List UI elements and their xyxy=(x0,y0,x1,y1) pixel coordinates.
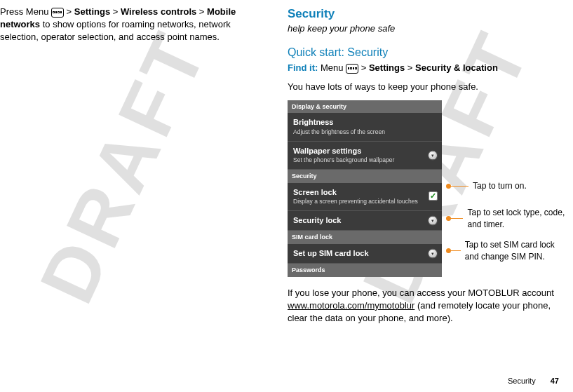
chevron-down-icon[interactable]: ▾ xyxy=(428,151,438,161)
motoblur-link[interactable]: www.motorola.com/mymotoblur xyxy=(288,300,414,311)
after-paragraph: If you lose your phone, you can access y… xyxy=(288,287,567,325)
text: If you lose your phone, you can access y… xyxy=(288,288,554,298)
text: > xyxy=(113,6,121,17)
callout-sim-lock: Tap to set SIM card lock and change SIM … xyxy=(449,239,567,263)
menu-icon xyxy=(51,8,64,18)
section-header-passwords: Passwords xyxy=(288,264,442,277)
item-title: Screen lock xyxy=(293,187,436,198)
item-desc: Display a screen preventing accidental t… xyxy=(293,198,436,206)
page-columns: Press Menu > Settings > Wireless control… xyxy=(0,0,573,325)
callout-line xyxy=(449,186,468,187)
callout-line xyxy=(449,218,463,219)
menu-icon xyxy=(346,64,358,74)
text: > xyxy=(361,62,369,73)
item-desc: Adjust the brightness of the screen xyxy=(293,128,436,137)
left-column: Press Menu > Settings > Wireless control… xyxy=(0,6,259,325)
section-header-security: Security xyxy=(288,170,442,183)
callout-security-lock: Tap to set lock type, code, and timer. xyxy=(449,207,567,231)
footer-section: Security xyxy=(508,377,536,385)
list-item-sim-lock[interactable]: Set up SIM card lock ▾ xyxy=(288,244,442,264)
nav-wireless-controls: Wireless controls xyxy=(121,6,196,17)
callout-text: Tap to turn on. xyxy=(473,180,527,192)
text: > xyxy=(67,6,74,17)
item-title: Wallpaper settings xyxy=(293,146,436,156)
left-paragraph: Press Menu > Settings > Wireless control… xyxy=(0,6,259,44)
list-item-brightness[interactable]: Brightness Adjust the brightness of the … xyxy=(288,113,442,141)
section-header-display: Display & security xyxy=(288,100,442,114)
item-title: Set up SIM card lock xyxy=(293,248,436,259)
chevron-down-icon[interactable]: ▾ xyxy=(428,249,438,259)
checkbox-icon[interactable]: ✓ xyxy=(429,191,438,201)
list-item-security-lock[interactable]: Security lock ▾ xyxy=(288,211,442,231)
heading-quickstart: Quick start: Security xyxy=(288,45,567,60)
phone-with-callouts: Display & security Brightness Adjust the… xyxy=(288,100,567,277)
section-header-sim: SIM card lock xyxy=(288,231,442,244)
nav-settings: Settings xyxy=(74,6,110,17)
page-footer: Security 47 xyxy=(508,376,559,386)
list-item-screen-lock[interactable]: Screen lock Display a screen preventing … xyxy=(288,183,442,211)
callout-text: Tap to set SIM card lock and change SIM … xyxy=(465,239,567,263)
intro-paragraph: You have lots of ways to keep your phone… xyxy=(288,81,567,93)
nav-security-location: Security & location xyxy=(415,62,498,73)
page-number: 47 xyxy=(551,377,559,385)
callout-line xyxy=(449,250,461,251)
text: > xyxy=(199,6,207,17)
text: Menu xyxy=(321,62,346,73)
phone-screenshot: Display & security Brightness Adjust the… xyxy=(288,100,442,277)
nav-settings: Settings xyxy=(369,62,405,73)
callout-text: Tap to set lock type, code, and timer. xyxy=(467,207,567,231)
subheading: help keep your phone safe xyxy=(288,22,567,35)
find-it-line: Find it: Menu > Settings > Security & lo… xyxy=(288,62,567,74)
text: > xyxy=(407,62,415,73)
list-item-wallpaper[interactable]: Wallpaper settings Set the phone's backg… xyxy=(288,142,442,170)
item-title: Brightness xyxy=(293,117,436,128)
right-column: Security help keep your phone safe Quick… xyxy=(288,6,567,325)
heading-security: Security xyxy=(288,6,567,22)
text: Press Menu xyxy=(0,6,51,17)
item-title: Security lock xyxy=(293,215,436,226)
item-desc: Set the phone's background wallpaper xyxy=(293,156,436,165)
chevron-down-icon[interactable]: ▾ xyxy=(428,216,438,226)
callout-screen-lock: Tap to turn on. xyxy=(449,180,527,192)
find-it-label: Find it: xyxy=(288,62,318,73)
